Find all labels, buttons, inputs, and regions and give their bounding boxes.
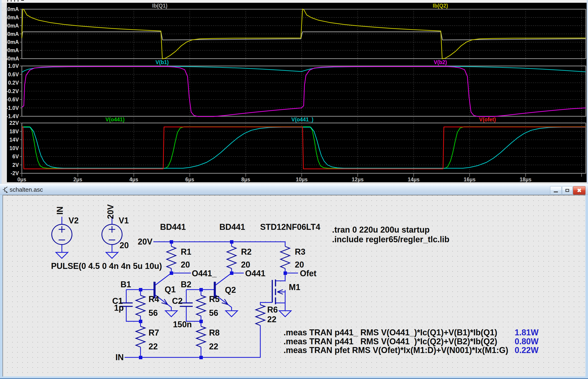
net-label-20v-rotated: 20V	[106, 204, 115, 219]
cap-value-c1: 1p	[114, 303, 124, 313]
y-axis-label: 14V	[0, 137, 19, 143]
trace-V(ofet)	[22, 127, 586, 169]
x-axis-label: 6µs	[185, 176, 194, 183]
directive-meas-p441: .meas TRAN p441 RMS V(O441 )*Ic(Q2)+V(B2…	[284, 337, 497, 346]
net-label-in-line: IN	[115, 353, 124, 362]
source-name-v2: V2	[68, 216, 79, 225]
y-axis-label: -0.2V	[0, 88, 19, 94]
res-name-r4: R4	[148, 294, 159, 304]
close-icon: ✖	[577, 188, 582, 193]
y-axis-label: -2V	[0, 170, 19, 176]
trace-Ib(Q2)	[22, 9, 586, 59]
y-axis-label: 10V	[0, 145, 19, 151]
y-axis-label: 210mA	[0, 6, 19, 12]
res-value-r7: 22	[148, 342, 158, 351]
directive-meas-pfet: .meas TRAN pfet RMS V(Ofet)*Ix(M1:D)+V(N…	[284, 346, 508, 355]
net-label-o441: O441	[245, 269, 265, 278]
meas-result-p441_: 1.81W	[515, 328, 539, 337]
x-axis-label: 4µs	[129, 176, 138, 183]
y-axis-label: 22V	[0, 120, 19, 126]
minimize-icon	[554, 191, 558, 192]
y-axis-label: 0.2V	[0, 80, 19, 86]
ltspice-app: 0µs2µs4µs6µs8µs10µs12µs14µs16µs18µs210mA…	[0, 0, 588, 379]
net-label-o441_: O441_	[192, 269, 217, 278]
x-axis-label: 0µs	[17, 176, 26, 183]
bjt-name-q2: Q2	[225, 285, 236, 295]
net-label-20v-rail: 20V	[138, 237, 152, 247]
window-title: schalten.asc	[10, 186, 43, 193]
trace-title-V(o441): V(o441)	[105, 116, 124, 123]
y-axis-label: 6V	[0, 154, 19, 160]
y-axis-label: -1.4V	[0, 113, 19, 120]
trace-title-V(o441_): V(o441_)	[291, 116, 313, 123]
trace-title-Ib(Q2): Ib(Q2)	[433, 3, 448, 9]
res-name-r6: R6	[267, 305, 278, 315]
cap-name-c2: C2	[172, 296, 183, 306]
y-axis-label: 30mA	[0, 31, 19, 37]
res-name-r3: R3	[295, 247, 305, 257]
maximize-icon	[565, 189, 569, 192]
res-value-r3: 20	[295, 260, 304, 269]
cap-value-c2: 150n	[173, 320, 192, 329]
source-name-v1: V1	[119, 216, 129, 225]
res-name-r2: R2	[241, 247, 252, 257]
y-axis-label: 2V	[0, 162, 19, 168]
y-axis-label: -30mA	[0, 39, 19, 45]
waveform-window: 0µs2µs4µs6µs8µs10µs12µs14µs16µs18µs210mA…	[0, 0, 588, 184]
directive-include: .include regler65/regler_tlc.lib	[332, 235, 449, 244]
res-name-r8: R8	[209, 328, 220, 338]
maximize-button[interactable]	[562, 186, 572, 195]
trace-V(b2)	[22, 67, 586, 116]
trace-title-V(b1): V(b1)	[155, 59, 169, 65]
x-axis-label: 18µs	[520, 176, 532, 183]
x-axis-label: 14µs	[408, 176, 420, 183]
source-value-v2-pulse: PULSE(0 4.5 0 4n 4n 5u 10u)	[51, 261, 162, 271]
x-axis-label: 12µs	[352, 176, 364, 183]
x-axis-label: 8µs	[241, 176, 250, 183]
y-axis-label: -0.6V	[0, 96, 19, 103]
net-label-b2: B2	[181, 280, 191, 289]
res-value-r4: 56	[148, 308, 158, 318]
trace-Ib(Q1)	[22, 32, 586, 40]
directive-meas-p441_: .meas TRAN p441_ RMS V(O441_)*Ic(Q1)+V(B…	[284, 328, 497, 337]
y-axis-label: 150mA	[0, 14, 19, 20]
part-type-m1: STD12NF06LT4	[260, 222, 320, 232]
directive-tran: .tran 0 220u 200u startup	[332, 225, 430, 235]
y-axis-label: -150mA	[0, 56, 19, 62]
x-axis-label: 16µs	[464, 176, 475, 183]
res-name-r5: R5	[209, 294, 220, 304]
res-value-r2: 20	[241, 260, 250, 269]
meas-result-p441: 0.80W	[515, 337, 539, 346]
part-type-q2: BD441	[219, 222, 245, 232]
trace-title-Ib(Q1): Ib(Q1)	[152, 3, 167, 9]
y-axis-label: -1.0V	[0, 105, 19, 111]
res-value-r6: 22	[267, 315, 277, 324]
bjt-name-q1: Q1	[165, 285, 176, 294]
close-button[interactable]: ✖	[573, 186, 586, 195]
x-axis-label: 2µs	[73, 176, 82, 183]
net-label-in-rotated: IN	[55, 206, 65, 215]
source-value-v1: 20	[120, 241, 129, 250]
res-value-r8: 22	[209, 342, 218, 351]
res-name-r7: R7	[148, 328, 159, 338]
y-axis-label: 1.0V	[0, 63, 19, 69]
net-label-b1: B1	[120, 280, 131, 289]
title-bar[interactable]: schalten.asc ✖	[0, 184, 588, 195]
app-schematic-icon	[2, 186, 9, 193]
trace-title-V(b2): V(b2)	[434, 59, 447, 65]
trace-V(b1)	[22, 66, 586, 72]
res-name-r1: R1	[181, 247, 191, 257]
trace-V(o441)	[22, 127, 586, 168]
y-axis-label: 90mA	[0, 23, 19, 29]
y-axis-label: 18V	[0, 128, 19, 134]
res-value-r5: 56	[209, 308, 218, 318]
window-frame-bottom	[0, 377, 588, 379]
y-axis-label: -90mA	[0, 47, 19, 54]
minimize-button[interactable]	[550, 186, 562, 195]
trace-V(o441_)	[22, 127, 586, 168]
x-axis-label: 10µs	[296, 176, 308, 183]
meas-result-pfet: 0.22W	[515, 346, 539, 355]
trace-title-V(ofet): V(ofet)	[479, 116, 496, 123]
res-value-r1: 20	[181, 260, 190, 269]
net-label-ofet: Ofet	[300, 269, 316, 278]
